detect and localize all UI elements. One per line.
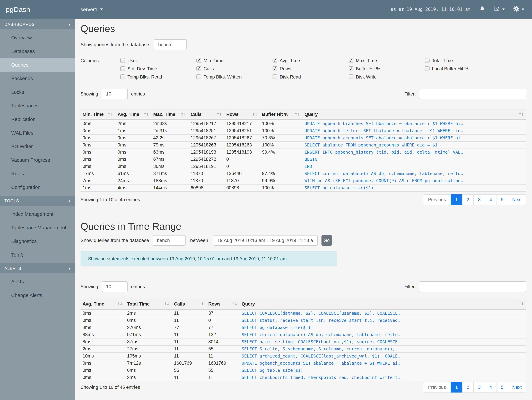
sidebar-item-tablespaces[interactable]: Tablespaces bbox=[0, 99, 75, 113]
sidebar-item-roles[interactable]: Roles bbox=[0, 167, 75, 180]
pagination-page-3[interactable]: 3 bbox=[473, 194, 485, 205]
sidebar-item-diagnostics[interactable]: Diagnostics bbox=[0, 235, 75, 248]
column-checkbox-std-dev-time[interactable]: Std. Dev. Time bbox=[120, 66, 196, 71]
charts-menu-button[interactable] bbox=[494, 6, 505, 13]
column-checkbox-disk-read[interactable]: Disk Read bbox=[272, 74, 349, 80]
sidebar-item-index-management[interactable]: Index Management bbox=[0, 207, 75, 221]
filter-input-2[interactable] bbox=[419, 281, 526, 292]
server-selector[interactable]: server1 bbox=[81, 6, 103, 12]
pagination-next[interactable]: Next bbox=[507, 194, 526, 205]
query-link[interactable]: SELECT archived_count, COALESCE(last_arc… bbox=[240, 352, 526, 360]
query-link[interactable]: UPDATE pgbench_accounts SET abalance = a… bbox=[240, 360, 526, 367]
pagination-previous[interactable]: Previous bbox=[423, 194, 451, 205]
sidebar-item-backends[interactable]: Backends bbox=[0, 72, 75, 85]
pagination-page-1[interactable]: 1 bbox=[451, 194, 462, 205]
pagination-page-1[interactable]: 1 bbox=[451, 382, 462, 392]
sidebar-item-tablespace-management[interactable]: Tablespace Management bbox=[0, 221, 75, 235]
query-link[interactable]: SELECT current_database() AS db, scheman… bbox=[303, 170, 526, 177]
query-link[interactable]: SELECT checkpoints_timed, checkpoints_re… bbox=[240, 374, 526, 381]
query-link[interactable]: SELECT current_database() AS db, scheman… bbox=[240, 331, 526, 338]
column-checkbox-total-time[interactable]: Total Time bbox=[425, 58, 501, 63]
col-header-buffer-hit[interactable]: Buffer Hit % bbox=[260, 109, 303, 120]
query-link[interactable]: SELECT abalance FROM pgbench_accounts WH… bbox=[303, 141, 526, 149]
query-link[interactable]: SELECT pg_database_size($1) bbox=[240, 324, 526, 331]
sort-icon[interactable] bbox=[232, 302, 237, 306]
col-header-total-time[interactable]: Total Time bbox=[125, 299, 172, 309]
col-header-avg-time[interactable]: Avg. Time bbox=[115, 109, 151, 120]
column-checkbox-min-time[interactable]: Min. Time bbox=[196, 58, 272, 63]
entries-count-input-2[interactable] bbox=[101, 281, 128, 292]
sidebar-section-alerts[interactable]: ALERTS › bbox=[0, 263, 75, 273]
sidebar-item-configuration[interactable]: Configuration bbox=[0, 180, 75, 194]
pagination-page-2[interactable]: 2 bbox=[462, 194, 474, 205]
sort-icon[interactable] bbox=[108, 112, 113, 117]
sidebar-item-locks[interactable]: Locks bbox=[0, 85, 75, 99]
column-checkbox-avg-time[interactable]: Avg. Time bbox=[272, 58, 349, 63]
notifications-button[interactable] bbox=[479, 6, 485, 13]
query-link[interactable]: END bbox=[303, 163, 526, 170]
query-link[interactable]: SELECT COALESCE(datname, $2), COALESCE(u… bbox=[240, 309, 526, 317]
sort-icon[interactable] bbox=[198, 302, 203, 306]
sort-icon[interactable] bbox=[252, 112, 257, 117]
pagination-page-4[interactable]: 4 bbox=[485, 382, 496, 392]
query-link[interactable]: WITH pc AS (SELECT pubname, COUNT(*) AS … bbox=[303, 177, 526, 184]
query-link[interactable]: UPDATE pgbench_accounts SET abalance = a… bbox=[303, 134, 526, 141]
pagination-page-5[interactable]: 5 bbox=[496, 194, 508, 205]
query-link[interactable]: SELECT pg_database_size($1) bbox=[303, 184, 526, 191]
sort-icon[interactable] bbox=[294, 112, 300, 117]
sort-icon[interactable] bbox=[518, 112, 524, 117]
column-checkbox-calls[interactable]: Calls bbox=[196, 66, 272, 71]
sidebar-item-vacuum-progress[interactable]: Vacuum Progress bbox=[0, 153, 75, 167]
sidebar-item-alerts[interactable]: Alerts bbox=[0, 275, 75, 289]
sort-icon[interactable] bbox=[164, 302, 169, 306]
col-header-avg-time[interactable]: Avg. Time bbox=[81, 299, 125, 309]
sidebar-item-queries[interactable]: Queries bbox=[0, 58, 75, 72]
database-input[interactable] bbox=[154, 39, 187, 50]
query-link[interactable]: UPDATE pgbench_branches SET bbalance = b… bbox=[303, 120, 526, 127]
sort-icon[interactable] bbox=[143, 112, 148, 117]
query-link[interactable]: UPDATE pgbench_tellers SET tbalance = tb… bbox=[303, 127, 526, 134]
column-checkbox-max-time[interactable]: Max. Time bbox=[349, 58, 425, 63]
column-checkbox-rows[interactable]: Rows bbox=[272, 66, 349, 71]
sidebar-item-overview[interactable]: Overview bbox=[0, 31, 75, 44]
sort-icon[interactable] bbox=[216, 112, 222, 117]
pagination-next[interactable]: Next bbox=[507, 382, 526, 392]
column-checkbox-temp-blks-read[interactable]: Temp Blks. Read bbox=[120, 74, 196, 80]
brand-logo[interactable]: pgDash bbox=[0, 5, 75, 13]
col-header-calls[interactable]: Calls bbox=[189, 109, 224, 120]
pagination-page-2[interactable]: 2 bbox=[462, 382, 474, 392]
sidebar-item-replication[interactable]: Replication bbox=[0, 113, 75, 126]
column-checkbox-local-buffer-hit[interactable]: Local Buffer Hit % bbox=[425, 66, 501, 71]
col-header-query[interactable]: Query bbox=[303, 109, 526, 120]
col-header-calls[interactable]: Calls bbox=[172, 299, 206, 309]
sidebar-section-dashboards[interactable]: DASHBOARDS › bbox=[0, 19, 75, 29]
column-checkbox-disk-write[interactable]: Disk Write bbox=[349, 74, 425, 80]
database-input-2[interactable] bbox=[152, 235, 185, 246]
sidebar-section-tools[interactable]: TOOLS › bbox=[0, 196, 75, 206]
sidebar-item-change-alerts[interactable]: Change Alerts bbox=[0, 289, 75, 302]
col-header-rows[interactable]: Rows bbox=[224, 109, 260, 120]
pagination-page-3[interactable]: 3 bbox=[473, 382, 485, 392]
query-link[interactable]: SELECT status, receive_start_lsn, receiv… bbox=[240, 317, 526, 324]
filter-input[interactable] bbox=[419, 89, 526, 99]
query-link[interactable]: SELECT pg_table_size($1) bbox=[240, 367, 526, 374]
col-header-rows[interactable]: Rows bbox=[206, 299, 240, 309]
sidebar-item-bg-writer[interactable]: BG Writer bbox=[0, 140, 75, 153]
query-link[interactable]: SELECT S.relid, S.schemaname, S.relname,… bbox=[240, 345, 526, 352]
date-range-input[interactable] bbox=[213, 235, 317, 246]
query-link[interactable]: SELECT name, setting, COALESCE(boot_val,… bbox=[240, 338, 526, 345]
settings-menu-button[interactable] bbox=[513, 6, 524, 13]
sidebar-item-databases[interactable]: Databases bbox=[0, 44, 75, 58]
pagination-previous[interactable]: Previous bbox=[423, 382, 451, 392]
col-header-query[interactable]: Query bbox=[240, 299, 526, 309]
query-link[interactable]: BEGIN bbox=[303, 156, 526, 163]
sidebar-item-wal-files[interactable]: WAL Files bbox=[0, 126, 75, 140]
sort-icon[interactable] bbox=[518, 302, 524, 306]
entries-count-input[interactable] bbox=[101, 89, 128, 99]
column-checkbox-buffer-hit[interactable]: Buffer Hit % bbox=[349, 66, 425, 71]
column-checkbox-temp-blks-written[interactable]: Temp Blks. Written bbox=[196, 74, 272, 80]
go-button[interactable]: Go bbox=[321, 235, 332, 246]
query-link[interactable]: INSERT INTO pgbench_history (tid, bid, a… bbox=[303, 149, 526, 156]
pagination-page-5[interactable]: 5 bbox=[496, 382, 508, 392]
sort-icon[interactable] bbox=[181, 112, 186, 117]
